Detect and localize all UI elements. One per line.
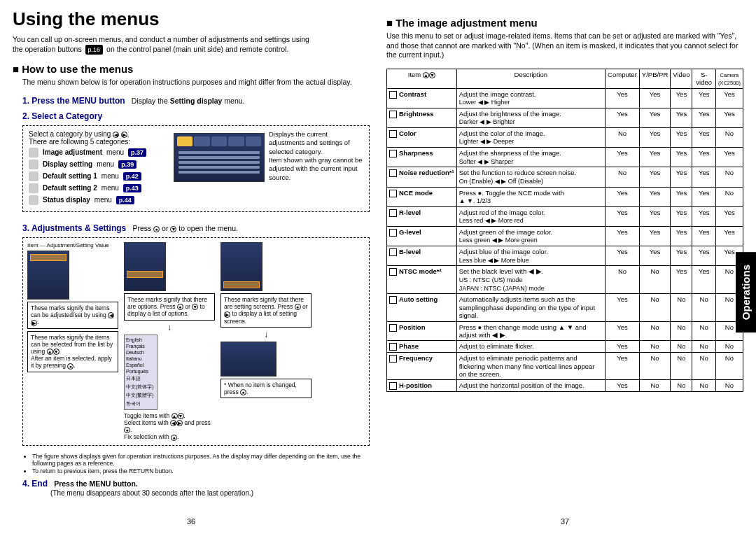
- step-1: 1. Press the MENU button Display the Set…: [22, 96, 370, 106]
- side-tab-operations: Operations: [736, 252, 756, 332]
- figure-notes: The figure shows displays given for oper…: [25, 453, 370, 475]
- page-ref-badge: p.44: [116, 196, 134, 204]
- right-icon: ▶: [121, 132, 127, 138]
- category-icon: [29, 148, 38, 157]
- step-3: 3. Adjustments & Settings Press ● or ▼ t…: [22, 223, 370, 233]
- page-spread: Using the menus You can call up on-scree…: [0, 0, 756, 534]
- item-icon: [389, 209, 397, 217]
- item-icon: [389, 130, 397, 138]
- right-icon: ▶: [31, 320, 37, 326]
- table-row: NCE mode Press ●. Toggle the NCE mode wi…: [387, 187, 743, 206]
- enter-icon: ●: [67, 363, 74, 370]
- table-row: Position Press ● then change mode using …: [387, 321, 743, 341]
- item-icon: [389, 190, 397, 197]
- step-2: 2. Select a Category: [22, 111, 370, 121]
- item-icon: [389, 343, 397, 351]
- table-row: B-level Adjust blue of the image color.L…: [387, 246, 743, 266]
- adjustments-box: Item — Adjustment/Setting Value These ma…: [22, 237, 370, 446]
- table-row: R-level Adjust red of the image color.Le…: [387, 206, 743, 226]
- page-ref-16: p.16: [85, 45, 104, 55]
- step-4: 4. End Press the MENU button. (The menu …: [22, 479, 370, 497]
- table-row: H-position Adjust the horizontal positio…: [387, 380, 743, 392]
- heading-image-adjustment: The image adjustment menu: [386, 17, 743, 29]
- page-ref-badge: p.37: [128, 148, 146, 157]
- item-icon: [389, 382, 397, 390]
- down-icon: ▼: [53, 349, 59, 355]
- table-row: Brightness Adjust the brightness of the …: [387, 108, 743, 127]
- table-row: NTSC mode*² Set the black level with ◀ ▶…: [387, 266, 743, 294]
- category-row: Image adjustment menu p.37: [29, 148, 169, 157]
- item-icon: [389, 268, 397, 276]
- anno-adjust-marks: These marks signify the items can be adj…: [27, 302, 118, 329]
- table-row: Frequency Adjust to eliminate periodic p…: [387, 353, 743, 380]
- heading-how-to-use: How to use the menus: [13, 63, 370, 75]
- table-row: Auto setting Automatically adjusts items…: [387, 294, 743, 321]
- up-icon: ▲: [47, 349, 53, 355]
- page-ref-badge: p.42: [123, 172, 141, 181]
- osd-mini-4: [220, 342, 276, 377]
- table-row: Noise reduction*¹ Set the function to re…: [387, 167, 743, 187]
- how-sub: The menu shown below is for operation in…: [22, 78, 370, 87]
- anno-list-marks: These marks signify the items can be sel…: [27, 331, 118, 372]
- item-icon: [389, 248, 397, 256]
- enter-icon: ●: [153, 226, 160, 232]
- item-icon: [389, 111, 397, 118]
- item-icon: [389, 355, 397, 363]
- page-number-right: 37: [386, 512, 743, 526]
- item-icon: [389, 229, 397, 237]
- select-category-box: Select a category by using ◀ ▶. There ar…: [22, 125, 370, 212]
- osd-screenshot: [174, 133, 265, 182]
- item-icon: [389, 150, 397, 157]
- category-row: Default setting 1 menu p.42: [29, 171, 169, 181]
- intro-text: You can call up on-screen menus, and con…: [13, 34, 370, 55]
- page-ref-badge: p.43: [123, 184, 141, 192]
- left-icon: ◀: [108, 312, 114, 318]
- item-icon: [389, 169, 397, 177]
- left-icon: ◀: [113, 132, 119, 138]
- item-icon: [389, 324, 397, 332]
- enter-icon: ●: [177, 304, 183, 310]
- table-row: Contrast Adjust the image contrast.Lower…: [387, 88, 743, 108]
- category-row: Default setting 2 menu p.43: [29, 183, 169, 193]
- image-adj-sub: Use this menu to set or adjust image-rel…: [386, 31, 743, 60]
- category-icon: [29, 171, 38, 181]
- adjustment-table: Item ▲▼ Description Computer Y/PB/PR Vid…: [386, 69, 743, 393]
- anno-no-change: * When no item is changed, press ●.: [220, 379, 312, 398]
- anno-options: These marks signify that there are optio…: [124, 293, 215, 321]
- table-row: Phase Adjust to eliminate flicker. Yes N…: [387, 341, 743, 353]
- page-ref-badge: p.39: [118, 160, 136, 169]
- osd-mini-2: [124, 242, 166, 291]
- arrow-down-icon: ↓: [220, 330, 312, 339]
- osd-mini-1: [27, 251, 69, 300]
- anno-setting-screens: These marks signify that there are setti…: [220, 293, 312, 328]
- arrow-down-icon: ↓: [124, 323, 215, 332]
- table-row: Color Adjust the color of the image.Ligh…: [387, 128, 743, 148]
- down-icon: ▼: [170, 226, 176, 232]
- item-icon: [389, 91, 397, 99]
- category-row: Display setting menu p.39: [29, 160, 169, 169]
- left-page: Using the menus You can call up on-scree…: [13, 8, 370, 526]
- table-row: G-level Adjust green of the image color.…: [387, 227, 743, 246]
- item-icon: [389, 296, 397, 304]
- category-row: Status display menu p.44: [29, 195, 169, 205]
- page-number-left: 36: [13, 512, 370, 526]
- category-list: Image adjustment menu p.37 Display setti…: [29, 148, 169, 205]
- language-dropdown-mock: EnglishFrançaisDeutschItalianoEspañolPor…: [124, 335, 158, 410]
- right-page: The image adjustment menu Use this menu …: [386, 8, 743, 526]
- category-icon: [29, 195, 38, 205]
- osd-mini-3: [220, 242, 262, 291]
- category-icon: [29, 160, 38, 169]
- table-row: Sharpness Adjust the sharpness of the im…: [387, 148, 743, 167]
- category-icon: [29, 183, 38, 193]
- page-title: Using the menus: [13, 8, 370, 30]
- down-icon: ▼: [192, 304, 198, 310]
